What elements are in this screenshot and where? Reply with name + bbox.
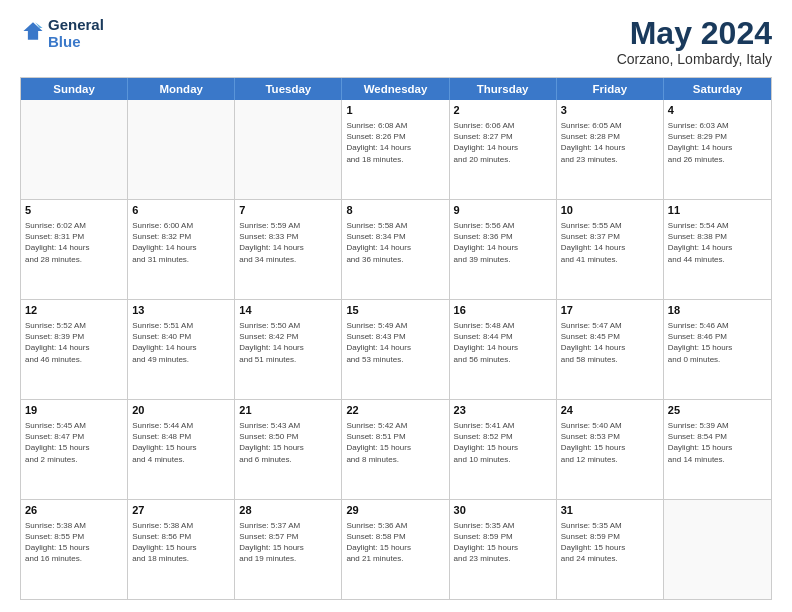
cell-info: Sunrise: 5:36 AM Sunset: 8:58 PM Dayligh… <box>346 520 444 565</box>
cal-cell <box>128 100 235 199</box>
cal-cell: 24Sunrise: 5:40 AM Sunset: 8:53 PM Dayli… <box>557 400 664 499</box>
day-number: 21 <box>239 403 337 418</box>
day-number: 13 <box>132 303 230 318</box>
cell-info: Sunrise: 5:38 AM Sunset: 8:56 PM Dayligh… <box>132 520 230 565</box>
day-number: 15 <box>346 303 444 318</box>
day-number: 23 <box>454 403 552 418</box>
day-number: 4 <box>668 103 767 118</box>
cell-info: Sunrise: 5:40 AM Sunset: 8:53 PM Dayligh… <box>561 420 659 465</box>
cal-cell: 29Sunrise: 5:36 AM Sunset: 8:58 PM Dayli… <box>342 500 449 599</box>
cal-cell: 28Sunrise: 5:37 AM Sunset: 8:57 PM Dayli… <box>235 500 342 599</box>
day-number: 6 <box>132 203 230 218</box>
cell-info: Sunrise: 5:37 AM Sunset: 8:57 PM Dayligh… <box>239 520 337 565</box>
page: General Blue May 2024 Corzano, Lombardy,… <box>0 0 792 612</box>
header-cell-monday: Monday <box>128 78 235 100</box>
cal-cell: 12Sunrise: 5:52 AM Sunset: 8:39 PM Dayli… <box>21 300 128 399</box>
cell-info: Sunrise: 5:38 AM Sunset: 8:55 PM Dayligh… <box>25 520 123 565</box>
cal-cell: 6Sunrise: 6:00 AM Sunset: 8:32 PM Daylig… <box>128 200 235 299</box>
day-number: 8 <box>346 203 444 218</box>
cal-cell: 19Sunrise: 5:45 AM Sunset: 8:47 PM Dayli… <box>21 400 128 499</box>
cell-info: Sunrise: 5:41 AM Sunset: 8:52 PM Dayligh… <box>454 420 552 465</box>
cell-info: Sunrise: 5:46 AM Sunset: 8:46 PM Dayligh… <box>668 320 767 365</box>
day-number: 19 <box>25 403 123 418</box>
cell-info: Sunrise: 6:00 AM Sunset: 8:32 PM Dayligh… <box>132 220 230 265</box>
day-number: 30 <box>454 503 552 518</box>
cell-info: Sunrise: 5:42 AM Sunset: 8:51 PM Dayligh… <box>346 420 444 465</box>
day-number: 31 <box>561 503 659 518</box>
day-number: 20 <box>132 403 230 418</box>
calendar: SundayMondayTuesdayWednesdayThursdayFrid… <box>20 77 772 600</box>
cal-cell: 11Sunrise: 5:54 AM Sunset: 8:38 PM Dayli… <box>664 200 771 299</box>
cell-info: Sunrise: 5:58 AM Sunset: 8:34 PM Dayligh… <box>346 220 444 265</box>
day-number: 26 <box>25 503 123 518</box>
cal-cell: 31Sunrise: 5:35 AM Sunset: 8:59 PM Dayli… <box>557 500 664 599</box>
cell-info: Sunrise: 5:56 AM Sunset: 8:36 PM Dayligh… <box>454 220 552 265</box>
logo-general: General <box>48 16 104 33</box>
header-cell-saturday: Saturday <box>664 78 771 100</box>
day-number: 11 <box>668 203 767 218</box>
day-number: 14 <box>239 303 337 318</box>
day-number: 12 <box>25 303 123 318</box>
cal-cell: 10Sunrise: 5:55 AM Sunset: 8:37 PM Dayli… <box>557 200 664 299</box>
cal-row-1: 1Sunrise: 6:08 AM Sunset: 8:26 PM Daylig… <box>21 100 771 199</box>
cell-info: Sunrise: 5:39 AM Sunset: 8:54 PM Dayligh… <box>668 420 767 465</box>
title-block: May 2024 Corzano, Lombardy, Italy <box>617 16 772 67</box>
cal-cell: 15Sunrise: 5:49 AM Sunset: 8:43 PM Dayli… <box>342 300 449 399</box>
logo-blue: Blue <box>48 33 81 50</box>
cal-cell: 7Sunrise: 5:59 AM Sunset: 8:33 PM Daylig… <box>235 200 342 299</box>
day-number: 28 <box>239 503 337 518</box>
calendar-body: 1Sunrise: 6:08 AM Sunset: 8:26 PM Daylig… <box>21 100 771 599</box>
cell-info: Sunrise: 5:47 AM Sunset: 8:45 PM Dayligh… <box>561 320 659 365</box>
location: Corzano, Lombardy, Italy <box>617 51 772 67</box>
cal-row-5: 26Sunrise: 5:38 AM Sunset: 8:55 PM Dayli… <box>21 499 771 599</box>
day-number: 9 <box>454 203 552 218</box>
day-number: 25 <box>668 403 767 418</box>
header-cell-wednesday: Wednesday <box>342 78 449 100</box>
header-cell-thursday: Thursday <box>450 78 557 100</box>
cal-cell: 25Sunrise: 5:39 AM Sunset: 8:54 PM Dayli… <box>664 400 771 499</box>
cell-info: Sunrise: 5:43 AM Sunset: 8:50 PM Dayligh… <box>239 420 337 465</box>
cal-cell: 20Sunrise: 5:44 AM Sunset: 8:48 PM Dayli… <box>128 400 235 499</box>
cal-cell: 3Sunrise: 6:05 AM Sunset: 8:28 PM Daylig… <box>557 100 664 199</box>
day-number: 16 <box>454 303 552 318</box>
cal-row-4: 19Sunrise: 5:45 AM Sunset: 8:47 PM Dayli… <box>21 399 771 499</box>
cell-info: Sunrise: 6:03 AM Sunset: 8:29 PM Dayligh… <box>668 120 767 165</box>
cal-cell <box>21 100 128 199</box>
header-cell-sunday: Sunday <box>21 78 128 100</box>
cell-info: Sunrise: 6:06 AM Sunset: 8:27 PM Dayligh… <box>454 120 552 165</box>
cal-row-2: 5Sunrise: 6:02 AM Sunset: 8:31 PM Daylig… <box>21 199 771 299</box>
day-number: 24 <box>561 403 659 418</box>
day-number: 3 <box>561 103 659 118</box>
header-cell-tuesday: Tuesday <box>235 78 342 100</box>
day-number: 7 <box>239 203 337 218</box>
cal-cell <box>664 500 771 599</box>
cal-cell: 23Sunrise: 5:41 AM Sunset: 8:52 PM Dayli… <box>450 400 557 499</box>
cell-info: Sunrise: 5:49 AM Sunset: 8:43 PM Dayligh… <box>346 320 444 365</box>
cal-cell: 4Sunrise: 6:03 AM Sunset: 8:29 PM Daylig… <box>664 100 771 199</box>
cell-info: Sunrise: 5:48 AM Sunset: 8:44 PM Dayligh… <box>454 320 552 365</box>
cell-info: Sunrise: 5:50 AM Sunset: 8:42 PM Dayligh… <box>239 320 337 365</box>
day-number: 22 <box>346 403 444 418</box>
day-number: 27 <box>132 503 230 518</box>
day-number: 5 <box>25 203 123 218</box>
day-number: 17 <box>561 303 659 318</box>
cell-info: Sunrise: 5:54 AM Sunset: 8:38 PM Dayligh… <box>668 220 767 265</box>
header-cell-friday: Friday <box>557 78 664 100</box>
calendar-header: SundayMondayTuesdayWednesdayThursdayFrid… <box>21 78 771 100</box>
cell-info: Sunrise: 5:51 AM Sunset: 8:40 PM Dayligh… <box>132 320 230 365</box>
cal-cell: 18Sunrise: 5:46 AM Sunset: 8:46 PM Dayli… <box>664 300 771 399</box>
cell-info: Sunrise: 5:59 AM Sunset: 8:33 PM Dayligh… <box>239 220 337 265</box>
cell-info: Sunrise: 5:52 AM Sunset: 8:39 PM Dayligh… <box>25 320 123 365</box>
cal-cell: 16Sunrise: 5:48 AM Sunset: 8:44 PM Dayli… <box>450 300 557 399</box>
cal-cell: 27Sunrise: 5:38 AM Sunset: 8:56 PM Dayli… <box>128 500 235 599</box>
cell-info: Sunrise: 5:35 AM Sunset: 8:59 PM Dayligh… <box>454 520 552 565</box>
cell-info: Sunrise: 6:02 AM Sunset: 8:31 PM Dayligh… <box>25 220 123 265</box>
day-number: 2 <box>454 103 552 118</box>
cal-cell: 5Sunrise: 6:02 AM Sunset: 8:31 PM Daylig… <box>21 200 128 299</box>
day-number: 1 <box>346 103 444 118</box>
cal-cell: 8Sunrise: 5:58 AM Sunset: 8:34 PM Daylig… <box>342 200 449 299</box>
cell-info: Sunrise: 5:35 AM Sunset: 8:59 PM Dayligh… <box>561 520 659 565</box>
month-year: May 2024 <box>617 16 772 51</box>
cal-cell: 17Sunrise: 5:47 AM Sunset: 8:45 PM Dayli… <box>557 300 664 399</box>
svg-marker-0 <box>23 22 42 40</box>
